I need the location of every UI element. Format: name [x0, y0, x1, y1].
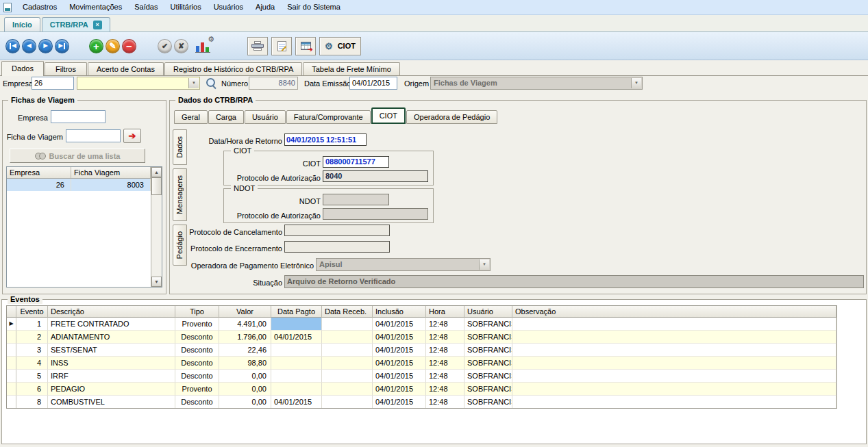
table-row[interactable]: 2ADIANTAMENTODesconto1.796,0004/01/20150…	[7, 331, 836, 344]
menu-item-movimentacoes[interactable]: Movimentações	[63, 0, 128, 14]
encerramento-input[interactable]	[284, 241, 390, 253]
scroll-down-button[interactable]: ▼	[151, 277, 162, 287]
eventos-cell-evento: 4	[16, 357, 48, 370]
nav-first-button[interactable]: ◀	[5, 39, 20, 53]
fichas-col-empresa[interactable]: Empresa	[7, 167, 71, 178]
chevron-down-icon[interactable]: ▼	[631, 78, 641, 88]
ciot-protocolo-input[interactable]: 8040	[323, 170, 428, 182]
eventos-col-tipo[interactable]: Tipo	[175, 306, 219, 318]
pinwheel-button[interactable]	[399, 37, 417, 55]
chart-button[interactable]: ⚙	[195, 38, 213, 54]
eventos-cell-valor: 22,46	[219, 344, 271, 357]
empresa-combo[interactable]: ▼	[77, 77, 200, 90]
fichas-row[interactable]: 268003	[7, 179, 151, 191]
tab-filtros[interactable]: Filtros	[45, 62, 87, 75]
ctrb-tab-fatura-comprovante[interactable]: Fatura/Comprovante	[286, 110, 371, 124]
nav-last-button[interactable]: ▶	[55, 39, 69, 53]
eventos-col-evento[interactable]: Evento	[16, 306, 48, 318]
scrollbar[interactable]: ▲ ▼	[151, 167, 162, 287]
edit-button[interactable]: ✎	[106, 39, 120, 53]
fichas-col-ficha-viagem[interactable]: Ficha Viagem	[71, 167, 151, 178]
menu-item-saidas[interactable]: Saídas	[128, 0, 164, 14]
nav-next-button[interactable]: ▶	[38, 39, 53, 53]
scroll-up-button[interactable]: ▲	[151, 167, 162, 177]
eventos-cell-hora: 12:48	[426, 396, 464, 409]
tab-dados[interactable]: Dados	[1, 61, 44, 76]
eventos-cell-hora: 12:48	[426, 357, 464, 370]
chevron-down-icon[interactable]: ▼	[479, 259, 489, 270]
fichas-ficha-label: Ficha de Viagem	[5, 131, 63, 144]
row-marker-icon	[7, 370, 16, 383]
operadora-value: Apisul	[319, 260, 343, 268]
menu-item-usuarios[interactable]: Usuários	[208, 0, 249, 14]
ciot-button-label: CIOT	[338, 42, 356, 50]
ficha-go-button[interactable]: ➔	[123, 129, 141, 143]
table-row[interactable]: 5IRRFDesconto0,0004/01/201512:48SOBFRANC…	[7, 370, 836, 383]
ctrb-tab-carga[interactable]: Carga	[208, 110, 244, 124]
operadora-select[interactable]: Apisul ▼	[316, 258, 491, 271]
side-tab-mensagens[interactable]: Mensagens	[173, 168, 187, 221]
eventos-cell-inclusao: 04/01/2015	[373, 318, 426, 331]
table-row[interactable]: 8COMBUSTIVELDesconto0,0004/01/201504/01/…	[7, 396, 836, 409]
eventos-col-observacao[interactable]: Observação	[512, 306, 836, 318]
eventos-col-descricao[interactable]: Descrição	[48, 306, 175, 318]
ndot-protocolo-label: Protocolo de Autorização	[228, 209, 321, 222]
ndot-input[interactable]	[323, 194, 389, 205]
first-icon: ◀	[12, 43, 16, 49]
table-row[interactable]: 3SEST/SENATDesconto22,4604/01/201512:48S…	[7, 344, 836, 357]
situacao-input[interactable]: Arquivo de Retorno Verificado	[284, 275, 864, 288]
confirm-button[interactable]: ✔	[158, 39, 172, 53]
empresa-input[interactable]: 26	[32, 77, 74, 90]
delete-button[interactable]: −	[122, 39, 136, 53]
retorno-input[interactable]: 04/01/2015 12:51:51	[284, 133, 367, 146]
table-row[interactable]: 4INSSDesconto98,8004/01/201512:48SOBFRAN…	[7, 357, 836, 370]
tab-acerto-de-contas[interactable]: Acerto de Contas	[88, 62, 164, 75]
fichas-ficha-input[interactable]	[66, 129, 121, 142]
cancel-button[interactable]: ✘	[174, 39, 188, 53]
nav-prev-button[interactable]: ◀	[22, 39, 36, 53]
search-icon[interactable]	[204, 77, 217, 90]
eventos-col-valor[interactable]: Valor	[219, 306, 271, 318]
eventos-col-hora[interactable]: Hora	[426, 306, 464, 318]
table-row[interactable]: 6PEDAGIOProvento0,0004/01/201512:48SOBFR…	[7, 383, 836, 396]
menu-item-ajuda[interactable]: Ajuda	[249, 0, 281, 14]
close-icon[interactable]: ×	[93, 21, 102, 29]
eventos-cell-tipo: Provento	[175, 318, 219, 331]
ciot-input[interactable]: 088000711577	[323, 156, 389, 168]
ctrb-tab-usuario[interactable]: Usuário	[245, 110, 286, 124]
window-tab-inicio[interactable]: Início	[4, 17, 40, 31]
data-emissao-input[interactable]: 04/01/2015	[349, 77, 397, 90]
eventos-col-data-pagto[interactable]: Data Pagto	[271, 306, 322, 318]
report-button[interactable]	[271, 37, 292, 55]
export-grid-button[interactable]: ➔	[295, 37, 316, 55]
ctrb-tab-geral[interactable]: Geral	[174, 110, 208, 124]
eventos-col-inclusao[interactable]: Inclusão	[373, 306, 426, 318]
ctrb-tab-ciot[interactable]: CIOT	[371, 107, 406, 124]
eventos-cell-inclusao: 04/01/2015	[373, 396, 426, 409]
eventos-cell-descricao: INSS	[48, 357, 175, 370]
ctrb-tab-operadora-de-pedagio[interactable]: Operadora de Pedágio	[406, 110, 497, 124]
tab-registro-de-historico-do-ctrb-rpa[interactable]: Registro de Histórico do CTRB/RPA	[164, 62, 302, 75]
menu-item-sair-do-sistema[interactable]: Sair do Sistema	[281, 0, 347, 14]
eventos-col-data-receb[interactable]: Data Receb.	[322, 306, 373, 318]
scroll-thumb[interactable]	[151, 177, 162, 195]
menu-item-utilitarios[interactable]: Utilitários	[164, 0, 207, 14]
eventos-col-usuario[interactable]: Usuário	[464, 306, 512, 318]
table-row[interactable]: ▶1FRETE CONTRATADOProvento4.491,0004/01/…	[7, 318, 836, 331]
ciot-button[interactable]: ⚙ CIOT	[319, 37, 361, 55]
tab-tabela-de-frete-minimo[interactable]: Tabela de Frete Mínimo	[303, 62, 400, 75]
gear-icon: ⚙	[208, 35, 214, 44]
window-tab-ctrb-rpa[interactable]: CTRB/RPA ×	[42, 17, 110, 31]
ctrb-panel: Dados do CTRB/RPA GeralCargaUsuárioFatur…	[169, 100, 867, 294]
print-button[interactable]	[247, 37, 268, 55]
numero-input[interactable]: 8840	[249, 77, 298, 90]
fichas-empresa-input[interactable]	[51, 110, 106, 123]
buscar-button[interactable]: Buscar de uma lista	[10, 149, 145, 163]
origem-select[interactable]: Fichas de Viagem ▼	[430, 77, 643, 90]
side-tab-dados[interactable]: Dados	[173, 129, 187, 165]
menu-item-cadastros[interactable]: Cadastros	[16, 0, 63, 14]
cancelamento-input[interactable]	[284, 225, 390, 236]
chevron-down-icon[interactable]: ▼	[188, 78, 199, 88]
ndot-protocolo-input[interactable]	[323, 208, 428, 220]
add-button[interactable]: +	[89, 39, 103, 53]
